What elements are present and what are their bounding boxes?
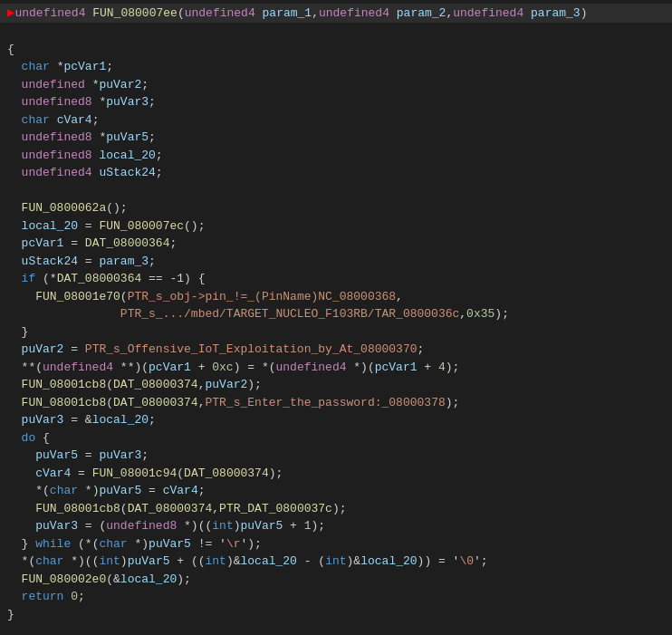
- token: );: [446, 361, 460, 374]
- token: int: [206, 554, 226, 568]
- line-content: puVar3 = &local_20;: [7, 411, 665, 429]
- line-content: pcVar1 = DAT_08000364;: [7, 235, 665, 253]
- line-content: undefined4 FUN_080007ee(undefined4 param…: [14, 5, 665, 23]
- line-content: puVar5 = puVar3;: [7, 447, 665, 465]
- token: pcVar1: [22, 236, 64, 250]
- line-content: } while (*(char *)puVar5 != '\r');: [7, 535, 665, 553]
- token: [7, 431, 22, 445]
- token: ;: [106, 60, 113, 73]
- token: 4: [438, 361, 446, 374]
- token: ;: [418, 342, 425, 356]
- token: local_20: [241, 554, 297, 568]
- token: param_2: [397, 6, 446, 20]
- token: == -1) {: [141, 272, 205, 285]
- code-line: undefined *puVar2;: [0, 76, 672, 94]
- token: [523, 6, 531, 20]
- line-content: puVar3 = (undefined8 *)((int)puVar5 + 1)…: [7, 517, 665, 535]
- token: undefined4: [275, 361, 346, 374]
- code-line: FUN_080002e0(&local_20);: [0, 571, 672, 589]
- line-content: undefined8 *puVar5;: [7, 129, 665, 147]
- code-line: uStack24 = param_3;: [0, 253, 672, 271]
- line-content: FUN_08001e70(PTR_s_obj->pin_!=_(PinName)…: [7, 288, 665, 306]
- line-content: FUN_08001cb8(DAT_08000374,PTR_s_Enter_th…: [7, 394, 665, 412]
- token: local_20: [99, 149, 155, 162]
- line-content: cVar4 = FUN_08001c94(DAT_08000374);: [7, 465, 665, 483]
- token: (: [178, 6, 185, 20]
- code-line: }: [0, 606, 672, 624]
- token: ;: [156, 149, 163, 162]
- code-line: *(char *)((int)puVar5 + ((int)&local_20 …: [0, 553, 672, 571]
- token: [7, 378, 22, 391]
- code-line: puVar5 = puVar3;: [0, 447, 672, 465]
- token: cVar4: [163, 484, 198, 497]
- token: ;: [149, 130, 156, 144]
- token: );: [269, 467, 283, 480]
- token: [7, 219, 22, 233]
- token: (: [106, 396, 113, 409]
- line-indicator: ▶: [7, 4, 14, 23]
- token: [255, 6, 263, 20]
- token: ;: [156, 166, 163, 179]
- token: [7, 519, 35, 533]
- token: [7, 448, 35, 462]
- token: *: [92, 95, 107, 109]
- code-line: if (*DAT_08000364 == -1) {: [0, 270, 672, 288]
- token: *)(: [347, 361, 375, 374]
- token: ;: [78, 590, 85, 603]
- token: char: [50, 484, 78, 497]
- token: puVar2: [205, 378, 247, 391]
- line-content: *(char *)puVar5 = cVar4;: [7, 482, 665, 500]
- token: [7, 149, 22, 162]
- token: while: [35, 537, 71, 551]
- code-line: **(undefined4 **)(pcVar1 + 0xc) = *(unde…: [0, 359, 672, 377]
- token: [7, 255, 22, 268]
- token: ;: [169, 236, 177, 250]
- token: ,: [459, 307, 466, 321]
- token: undefined8: [22, 95, 92, 109]
- line-content: local_20 = FUN_080007ec();: [7, 217, 665, 236]
- token: uStack24: [99, 166, 155, 179]
- code-container: ▶undefined4 FUN_080007ee(undefined4 para…: [0, 0, 672, 635]
- token: *): [78, 484, 99, 497]
- code-line: puVar3 = &local_20;: [0, 411, 672, 429]
- token: \0: [459, 554, 474, 568]
- token: cVar4: [35, 467, 71, 480]
- code-line: FUN_08001cb8(DAT_08000374,PTR_DAT_080003…: [0, 500, 672, 518]
- code-line: char cVar4;: [0, 111, 672, 130]
- token: [7, 307, 120, 321]
- line-content: PTR_s_.../mbed/TARGET_NUCLEO_F103RB/TAR_…: [7, 305, 665, 323]
- line-content: FUN_08001cb8(DAT_08000374,PTR_DAT_080003…: [7, 500, 665, 518]
- token: char: [35, 554, 63, 568]
- token: local_20: [360, 554, 417, 568]
- token: ;: [149, 413, 156, 427]
- line-content: uStack24 = param_3;: [7, 253, 665, 271]
- token: int: [325, 554, 346, 568]
- token: [7, 396, 22, 409]
- token: *: [50, 60, 64, 73]
- token: puVar5: [149, 537, 191, 551]
- line-content: FUN_08001cb8(DAT_08000374,puVar2);: [7, 376, 665, 394]
- token: char: [22, 113, 50, 127]
- code-line: FUN_08001e70(PTR_s_obj->pin_!=_(PinName)…: [0, 288, 672, 306]
- line-content: undefined *puVar2;: [7, 76, 665, 94]
- token: FUN_080007ee: [92, 6, 178, 20]
- token: [7, 130, 22, 144]
- token: )) = ': [418, 554, 460, 568]
- token: + ((: [169, 554, 205, 568]
- token: DAT_08000374: [128, 502, 213, 515]
- token: ,: [312, 6, 319, 20]
- token: {: [7, 43, 14, 56]
- token: ): [234, 519, 241, 533]
- token: FUN_08001e70: [35, 290, 120, 303]
- token: ();: [184, 219, 205, 233]
- token: }: [7, 608, 14, 621]
- token: (: [177, 467, 184, 480]
- token: undefined8: [22, 149, 92, 162]
- token: 0: [71, 590, 78, 603]
- token: 1: [304, 519, 312, 533]
- token: uStack24: [22, 255, 78, 268]
- token: *): [128, 537, 149, 551]
- token: undefined8: [106, 519, 177, 533]
- code-line: undefined8 *puVar3;: [0, 93, 672, 111]
- token: ;: [141, 78, 149, 91]
